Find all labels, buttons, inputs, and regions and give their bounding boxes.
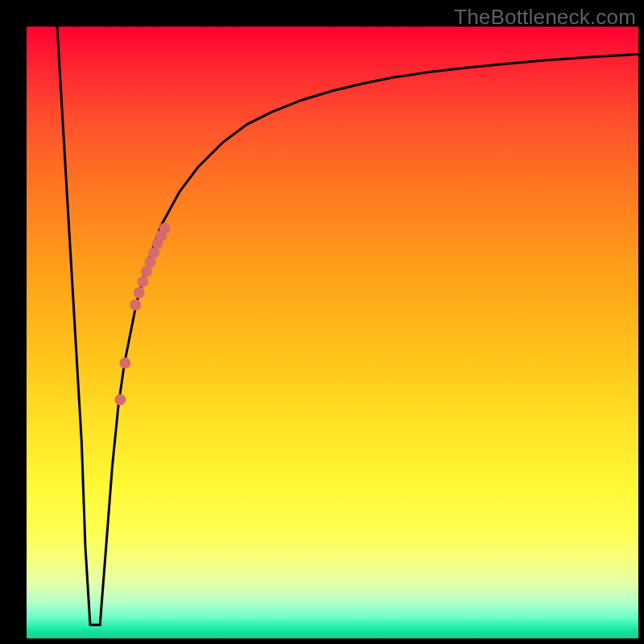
chart-svg — [27, 27, 638, 638]
chart-frame: TheBottleneck.com — [0, 0, 644, 644]
highlight-point — [159, 223, 171, 234]
bottleneck-curve-path — [57, 27, 638, 625]
plot-area — [27, 27, 638, 638]
watermark-text: TheBottleneck.com — [454, 5, 636, 30]
highlight-point — [137, 276, 148, 287]
highlight-point — [130, 299, 141, 311]
highlight-point — [134, 287, 145, 299]
highlight-point — [114, 394, 126, 406]
highlight-point — [119, 357, 130, 369]
